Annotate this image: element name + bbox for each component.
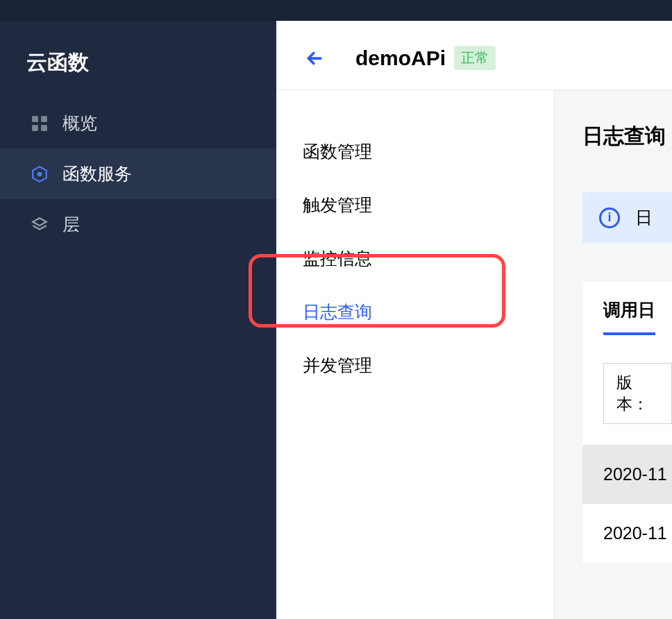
right-panel: 日志查询 i 日 调用日 版本： 2020-11 202 bbox=[554, 90, 672, 619]
main-container: 云函数 概览 函数服务 bbox=[0, 21, 672, 619]
subnav-label: 函数管理 bbox=[303, 142, 372, 161]
date-list: 2020-11 2020-11 bbox=[582, 445, 672, 563]
date-text: 2020-11 bbox=[603, 523, 667, 543]
sidebar-title: 云函数 bbox=[0, 21, 276, 98]
subnav-label: 监控信息 bbox=[303, 248, 372, 268]
date-row[interactable]: 2020-11 bbox=[582, 504, 672, 563]
svg-rect-1 bbox=[41, 116, 47, 122]
svg-rect-3 bbox=[41, 125, 47, 131]
hexagon-icon bbox=[29, 164, 50, 185]
top-bar bbox=[0, 0, 672, 21]
subnav-item-log-query[interactable]: 日志查询 bbox=[276, 285, 554, 339]
info-icon: i bbox=[599, 207, 620, 228]
info-text: 日 bbox=[635, 206, 653, 229]
svg-rect-2 bbox=[32, 125, 38, 131]
subnav-label: 触发管理 bbox=[303, 195, 372, 214]
content-body: 函数管理 触发管理 监控信息 日志查询 并发管理 日志查询 bbox=[276, 90, 672, 619]
sidebar-item-layers[interactable]: 层 bbox=[0, 199, 276, 250]
content: demoAPi 正常 函数管理 触发管理 监控信息 日志查询 并发管理 bbox=[276, 21, 672, 619]
status-badge: 正常 bbox=[454, 46, 496, 70]
sidebar-item-label: 概览 bbox=[62, 112, 97, 135]
svg-point-4 bbox=[37, 171, 42, 176]
back-arrow-icon[interactable] bbox=[304, 48, 325, 69]
sidebar-item-label: 层 bbox=[62, 213, 80, 236]
subnav-item-function-mgmt[interactable]: 函数管理 bbox=[276, 125, 554, 178]
subnav-label: 并发管理 bbox=[303, 355, 372, 375]
grid-icon bbox=[29, 113, 50, 134]
header-title: demoAPi bbox=[355, 46, 446, 70]
date-row[interactable]: 2020-11 bbox=[582, 445, 672, 504]
subnav-item-concurrency-mgmt[interactable]: 并发管理 bbox=[276, 339, 554, 392]
tab-section: 调用日 bbox=[582, 282, 672, 335]
subnav-item-trigger-mgmt[interactable]: 触发管理 bbox=[276, 178, 554, 232]
subnav-item-monitor-info[interactable]: 监控信息 bbox=[276, 232, 554, 285]
info-bar: i 日 bbox=[582, 192, 672, 243]
sidebar-item-overview[interactable]: 概览 bbox=[0, 98, 276, 149]
sidebar-item-function-service[interactable]: 函数服务 bbox=[0, 149, 276, 199]
sub-nav: 函数管理 触发管理 监控信息 日志查询 并发管理 bbox=[276, 90, 554, 619]
header: demoAPi 正常 bbox=[276, 21, 672, 90]
layers-icon bbox=[29, 214, 50, 235]
date-text: 2020-11 bbox=[603, 464, 667, 484]
tab-call-log[interactable]: 调用日 bbox=[603, 298, 655, 335]
panel-title: 日志查询 bbox=[582, 122, 672, 151]
version-row: 版本： bbox=[582, 335, 672, 445]
sidebar: 云函数 概览 函数服务 bbox=[0, 21, 276, 619]
version-select[interactable]: 版本： bbox=[603, 363, 672, 424]
sidebar-item-label: 函数服务 bbox=[62, 162, 132, 185]
subnav-label: 日志查询 bbox=[303, 302, 372, 321]
svg-rect-0 bbox=[32, 116, 38, 122]
